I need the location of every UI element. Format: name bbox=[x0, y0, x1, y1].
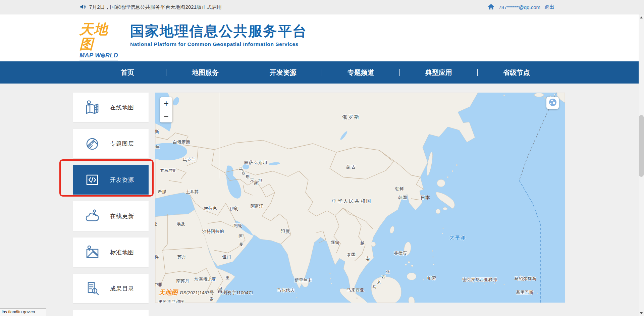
announcement-text: 7月2日，国家地理信息公共服务平台天地图2021版正式启用 bbox=[89, 4, 222, 10]
map-label: 伊朗 bbox=[230, 206, 238, 212]
nav-item-map-services[interactable]: 地图服务 bbox=[166, 61, 244, 84]
main-nav: 首页 地图服务 开发资源 专题频道 典型应用 省级节点 bbox=[0, 61, 644, 84]
map-label: 索 bbox=[210, 296, 214, 302]
map-label: 蒙古 bbox=[346, 164, 356, 170]
sidebar-item-dev-resources[interactable]: 开发资源 bbox=[73, 165, 149, 195]
map-label: 阿富汗 bbox=[251, 203, 264, 209]
map-label: 菲律宾 bbox=[394, 250, 407, 256]
zoom-control: + − bbox=[160, 97, 172, 122]
map-label: 印度 bbox=[280, 228, 290, 234]
header: 天地图 MAP WRLD 国家地理信息公共服务平台 National Platf… bbox=[0, 14, 644, 61]
announcement-area: 7月2日，国家地理信息公共服务平台天地图2021版正式启用 bbox=[79, 0, 222, 14]
triangle-up-icon bbox=[640, 16, 643, 18]
globe-glyph-icon bbox=[101, 53, 105, 58]
map-label: 缅甸 bbox=[330, 240, 339, 246]
map-label: 泰国 bbox=[347, 252, 356, 258]
page-scrollbar[interactable] bbox=[639, 14, 644, 316]
zoom-out-button[interactable]: − bbox=[160, 110, 172, 122]
map-label: 越 bbox=[360, 240, 365, 246]
map-label: 阿 bbox=[238, 233, 243, 239]
map-label: 太平洋 bbox=[450, 235, 466, 241]
map-label: 克 bbox=[250, 177, 254, 183]
map-label: 斯里兰卡 bbox=[294, 277, 312, 283]
top-bar: 7月2日，国家地理信息公共服务平台天地图2021版正式启用 787******@… bbox=[0, 0, 644, 14]
platform-title-block: 国家地理信息公共服务平台 National Platform for Commo… bbox=[130, 23, 307, 47]
home-icon[interactable] bbox=[487, 3, 495, 12]
map-label: 帕劳 bbox=[427, 275, 436, 281]
map-label: 来 bbox=[377, 279, 381, 285]
map-label: 中非 bbox=[155, 282, 162, 288]
sidebar-item-partial[interactable] bbox=[73, 310, 149, 316]
map-label: 苏丹 bbox=[177, 254, 186, 260]
map-labels: 俄罗斯俄罗斯兰白俄罗斯乌克兰罗马尼亚哈萨克斯坦蒙古乌兹别克斯坦希腊土耳其朝鲜韩国… bbox=[155, 93, 565, 303]
map-label: 俄罗斯 bbox=[342, 114, 360, 120]
map-label: 日本 bbox=[421, 195, 430, 201]
sidebar-item-label: 在线更新 bbox=[110, 212, 134, 220]
map-with-pin-icon bbox=[84, 99, 100, 115]
nav-item-dev-resources[interactable]: 开发资源 bbox=[244, 61, 322, 84]
user-area: 787******@qq.com 退出 bbox=[487, 0, 554, 14]
site-logo[interactable]: 天地图 MAP WRLD bbox=[79, 22, 121, 60]
map-label: 马尔代夫 bbox=[277, 287, 294, 293]
map-label: 南苏丹 bbox=[176, 278, 190, 284]
map-label: 伊拉克 bbox=[204, 205, 217, 211]
map-label: 基里巴斯 bbox=[516, 289, 533, 296]
sidebar-item-online-map[interactable]: 在线地图 bbox=[73, 93, 149, 122]
page: 7月2日，国家地理信息公共服务平台天地图2021版正式启用 787******@… bbox=[0, 0, 644, 316]
triangle-down-icon bbox=[640, 312, 643, 314]
nav-item-typical-apps[interactable]: 典型应用 bbox=[400, 61, 478, 84]
speaker-icon bbox=[79, 3, 86, 11]
map-label: 土耳其 bbox=[186, 189, 199, 195]
user-email: 787******@qq.com bbox=[499, 4, 540, 10]
code-icon bbox=[84, 172, 100, 188]
map-label: 曼 bbox=[239, 242, 243, 247]
page-subtitle: National Platform for Common Geospatial … bbox=[130, 41, 307, 47]
sidebar-item-online-update[interactable]: 在线更新 bbox=[73, 201, 149, 231]
sidebar-item-label: 标准地图 bbox=[110, 249, 134, 256]
sidebar-item-label: 在线地图 bbox=[110, 104, 134, 111]
cloud-update-icon bbox=[84, 208, 100, 224]
map-label: 别 bbox=[246, 174, 250, 179]
map-label: 马来西亚 bbox=[347, 287, 364, 293]
map-label: 希腊 bbox=[158, 189, 166, 195]
map-label: 中华人民共和国 bbox=[332, 198, 372, 204]
globe-view-button[interactable] bbox=[546, 97, 559, 109]
nav-item-provincial-nodes[interactable]: 省级节点 bbox=[478, 61, 555, 84]
map-label: 亚 bbox=[155, 221, 158, 227]
layered-circle-icon bbox=[84, 136, 100, 152]
map-label: 乌克兰 bbox=[183, 157, 196, 163]
nav-item-home[interactable]: 首页 bbox=[89, 61, 166, 84]
scroll-down-button[interactable] bbox=[639, 310, 644, 316]
status-url: lbs.tianditu.gov.cn bbox=[0, 308, 46, 316]
map-label: 罗马尼亚 bbox=[160, 168, 176, 173]
map-label: 西 bbox=[382, 274, 386, 280]
map-label: 果民主共和国 bbox=[158, 299, 184, 303]
sidebar-item-label: 专题图层 bbox=[110, 140, 134, 148]
sidebar-item-standard-map[interactable]: 标准地图 bbox=[73, 238, 149, 267]
map-label: 兰 bbox=[155, 144, 160, 150]
map-label: 里 bbox=[225, 275, 229, 281]
logout-link[interactable]: 退出 bbox=[544, 4, 554, 10]
map-label: 坦 bbox=[258, 178, 262, 183]
logo-chinese: 天地图 bbox=[79, 22, 121, 51]
map-label: 韩国 bbox=[398, 195, 407, 201]
sidebar-item-thematic-layers[interactable]: 专题图层 bbox=[73, 129, 149, 158]
map-label: 白俄罗斯 bbox=[173, 139, 190, 145]
map-label: 也门 bbox=[222, 254, 231, 260]
map-label: 朝鲜 bbox=[395, 186, 404, 192]
map-canvas[interactable]: 俄罗斯俄罗斯兰白俄罗斯乌克兰罗马尼亚哈萨克斯坦蒙古乌兹别克斯坦希腊土耳其朝鲜韩国… bbox=[155, 93, 565, 303]
map-label: 俄罗斯 bbox=[155, 129, 159, 135]
map-label: 哈萨克斯坦 bbox=[244, 160, 268, 166]
attribution-text: GS(2021)1487号 - 甲测资字1100471 bbox=[180, 290, 254, 296]
zoom-in-button[interactable]: + bbox=[160, 97, 172, 110]
map-label: 马 bbox=[372, 284, 376, 290]
map-label: 亚 bbox=[386, 269, 390, 275]
globe-icon bbox=[548, 98, 557, 108]
sidebar-item-catalog[interactable]: 成果目录 bbox=[73, 274, 149, 303]
scroll-up-button[interactable] bbox=[639, 14, 644, 20]
map-label: 南 bbox=[366, 256, 370, 262]
sidebar-item-label: 开发资源 bbox=[110, 176, 134, 184]
scrollbar-thumb[interactable] bbox=[639, 115, 644, 177]
nav-item-thematic-channels[interactable]: 专题频道 bbox=[322, 61, 400, 84]
map-label: 沙特阿拉伯 bbox=[202, 228, 224, 234]
